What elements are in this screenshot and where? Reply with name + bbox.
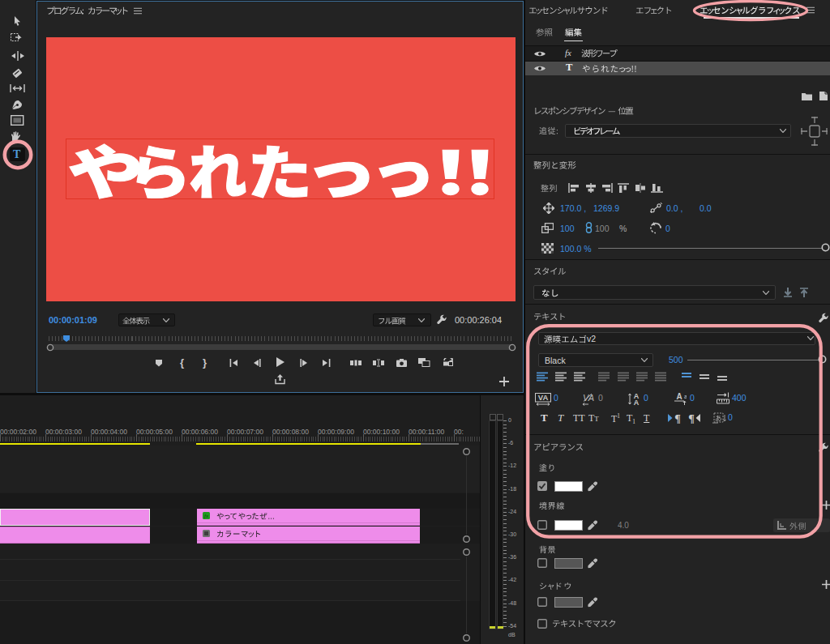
- svg-text:fx: fx: [204, 513, 209, 519]
